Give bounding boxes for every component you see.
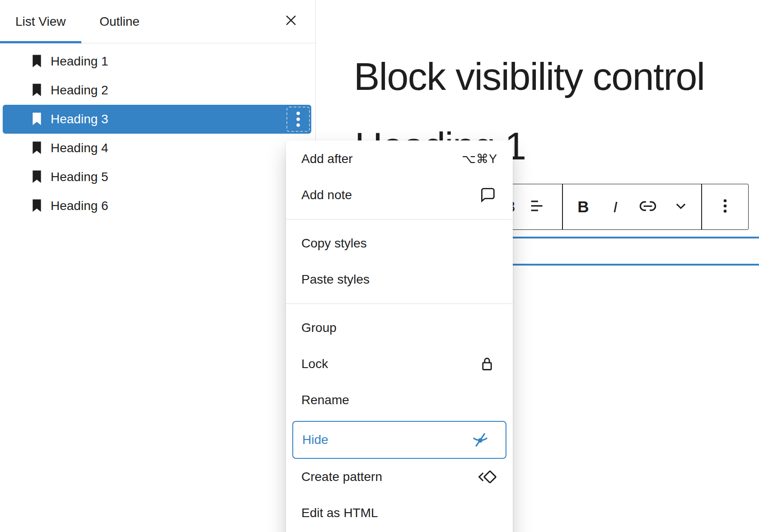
list-item-label: Heading 4 xyxy=(51,141,108,155)
menu-item-label: Lock xyxy=(301,357,328,371)
bookmark-icon xyxy=(31,54,43,69)
list-item-label: Heading 2 xyxy=(51,83,108,98)
bookmark-icon xyxy=(31,169,43,185)
block-toolbar: 3 B I xyxy=(479,184,749,230)
menu-item-create-pattern[interactable]: Create pattern xyxy=(286,459,513,495)
menu-item-label: Add note xyxy=(301,188,352,202)
menu-item-add-after[interactable]: Add after ⌥⌘Y xyxy=(286,141,513,177)
menu-item-label: Create pattern xyxy=(301,470,382,484)
menu-item-label: Paste styles xyxy=(301,272,370,287)
menu-item-group[interactable]: Group xyxy=(286,310,513,346)
bookmark-icon xyxy=(31,198,43,214)
menu-separator xyxy=(286,219,513,219)
menu-item-label: Copy styles xyxy=(301,236,367,251)
menu-item-label: Rename xyxy=(301,393,349,407)
list-item-label: Heading 5 xyxy=(51,170,108,184)
block-options-button[interactable] xyxy=(715,184,735,229)
link-button[interactable] xyxy=(638,184,658,229)
toolbar-divider xyxy=(701,184,702,230)
menu-item-label: Edit as HTML xyxy=(301,506,378,520)
link-icon xyxy=(637,195,659,219)
align-left-button[interactable] xyxy=(528,184,548,229)
list-view-rows: Heading 1 Heading 2 Heading 3 Heading 4 … xyxy=(0,47,315,220)
menu-item-rename[interactable]: Rename xyxy=(286,382,513,418)
comment-icon xyxy=(477,185,497,205)
list-view-tabbar: List View Outline xyxy=(0,0,315,43)
pattern-diamond-icon xyxy=(476,466,497,488)
list-view-panel: List View Outline Heading 1 Heading 2 He… xyxy=(0,0,316,532)
menu-item-edit-as-html[interactable]: Edit as HTML xyxy=(286,495,513,531)
bookmark-icon xyxy=(31,83,43,98)
bold-button[interactable]: B xyxy=(573,184,593,229)
toolbar-divider xyxy=(562,184,563,230)
tab-outline[interactable]: Outline xyxy=(81,0,158,43)
close-icon xyxy=(283,13,299,30)
menu-item-hide[interactable]: Hide xyxy=(292,421,506,459)
bookmark-icon xyxy=(31,112,43,127)
more-vertical-icon xyxy=(716,196,735,217)
unseen-eye-slash-icon xyxy=(469,429,491,451)
more-formats-button[interactable] xyxy=(671,184,691,229)
list-item-heading-6[interactable]: Heading 6 xyxy=(0,191,315,220)
list-item-heading-1[interactable]: Heading 1 xyxy=(0,47,315,76)
more-vertical-icon xyxy=(288,109,309,130)
block-options-menu: Add after ⌥⌘Y Add note Copy styles Paste… xyxy=(286,140,513,532)
post-title[interactable]: Block visibility control xyxy=(354,54,704,99)
close-list-view-button[interactable] xyxy=(280,10,302,32)
tab-list-view[interactable]: List View xyxy=(0,0,81,43)
list-item-heading-5[interactable]: Heading 5 xyxy=(0,163,315,191)
menu-item-lock[interactable]: Lock xyxy=(286,346,513,382)
list-item-label: Heading 6 xyxy=(51,199,108,213)
wordpress-block-editor: Block visibility control Heading 1 3 B I xyxy=(0,0,759,532)
menu-item-label: Add after xyxy=(301,152,353,166)
list-item-label: Heading 3 xyxy=(51,112,108,126)
italic-button[interactable]: I xyxy=(605,184,625,229)
bookmark-icon xyxy=(31,140,43,156)
list-item-label: Heading 1 xyxy=(51,54,108,69)
align-left-icon xyxy=(528,196,548,218)
chevron-down-icon xyxy=(672,197,690,217)
list-item-heading-4[interactable]: Heading 4 xyxy=(0,134,315,163)
menu-item-copy-styles[interactable]: Copy styles xyxy=(286,225,513,261)
menu-item-label: Group xyxy=(301,321,337,335)
list-item-options-button[interactable] xyxy=(286,107,310,132)
menu-separator xyxy=(286,303,513,304)
list-item-heading-3-selected[interactable]: Heading 3 xyxy=(3,105,311,134)
keyboard-shortcut: ⌥⌘Y xyxy=(462,152,497,166)
menu-item-paste-styles[interactable]: Paste styles xyxy=(286,261,513,298)
lock-icon xyxy=(477,354,497,374)
list-item-heading-2[interactable]: Heading 2 xyxy=(0,76,315,105)
menu-item-label: Hide xyxy=(302,433,328,447)
menu-item-add-note[interactable]: Add note xyxy=(286,177,513,213)
